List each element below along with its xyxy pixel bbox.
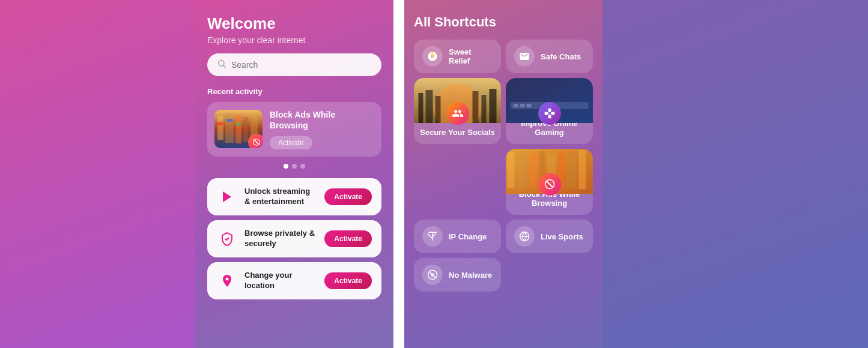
dot-2 [292,164,297,169]
location-label: Change your location [244,271,317,291]
private-label: Browse privately & securely [244,229,317,249]
sweet-relief-icon [422,46,443,67]
search-icon [217,59,226,71]
dot-1 [284,164,288,169]
svg-rect-27 [520,104,525,107]
search-bar[interactable] [207,53,381,76]
svg-rect-31 [517,150,527,189]
phone-panel: Welcome Explore your clear internet Rece… [195,0,393,348]
svg-rect-30 [508,152,515,188]
safe-chats-label: Safe Chats [541,52,581,61]
svg-rect-37 [579,150,586,189]
recent-activity-card: Block Ads While Browsing Activate [207,102,381,156]
shortcuts-title: All Shortcuts [414,14,593,30]
svg-rect-20 [436,96,441,123]
private-icon-wrap [217,229,237,249]
block-ads-icon-overlay [538,173,561,196]
no-malware-label: No Malware [449,271,492,280]
secure-socials-label: Secure Your Socials [420,128,495,137]
activity-title: Block Ads While Browsing [270,109,374,131]
location-pin-icon [220,274,234,288]
right-background [602,0,868,348]
secure-socials-icon-overlay [446,102,469,125]
ip-change-icon [422,226,443,247]
private-activate-button[interactable]: Activate [324,230,372,247]
feature-private[interactable]: Browse privately & securely Activate [207,220,381,257]
shortcut-ip-change[interactable]: IP Change [414,220,501,253]
streaming-activate-button[interactable]: Activate [324,188,372,205]
welcome-subtitle: Explore your clear internet [207,35,381,45]
svg-rect-36 [567,153,577,188]
svg-rect-18 [419,93,423,123]
streaming-label: Unlock streaming & entertainment [244,187,317,207]
feature-location[interactable]: Change your location Activate [207,262,381,299]
left-background [0,0,195,348]
activity-info: Block Ads While Browsing Activate [270,109,374,149]
safe-chats-icon [514,46,535,67]
feature-list: Unlock streaming & entertainment Activat… [207,178,381,299]
shield-check-icon [220,232,234,246]
svg-marker-14 [223,191,231,202]
svg-point-15 [226,277,229,280]
shortcut-improve-gaming[interactable]: Improve Online Gaming [506,78,593,144]
welcome-title: Welcome [207,14,381,33]
svg-rect-9 [226,119,233,122]
shortcuts-panel: All Shortcuts Sweet Relief Safe Chats [404,0,602,348]
shortcut-live-sports[interactable]: Live Sports [506,220,593,253]
svg-line-39 [546,181,553,188]
location-icon-wrap [217,271,237,291]
svg-rect-3 [217,116,223,140]
svg-rect-22 [482,95,487,123]
svg-rect-4 [225,113,234,143]
svg-rect-10 [236,123,241,125]
svg-rect-26 [514,104,518,107]
svg-rect-21 [473,91,479,123]
shortcuts-grid: Sweet Relief Safe Chats [414,40,593,292]
svg-rect-32 [530,154,537,188]
live-sports-icon [514,226,535,247]
panel-divider [393,0,404,348]
carousel-dots [207,164,381,169]
location-activate-button[interactable]: Activate [324,272,372,289]
gaming-icon-overlay [538,102,561,125]
shortcut-safe-chats[interactable]: Safe Chats [506,40,593,73]
dot-3 [300,164,305,169]
feature-streaming[interactable]: Unlock streaming & entertainment Activat… [207,178,381,215]
shortcut-no-malware[interactable]: No Malware [414,258,501,292]
recent-activity-label: Recent activity [207,87,381,96]
svg-rect-8 [217,122,223,125]
svg-rect-23 [490,89,497,123]
streaming-icon-wrap [217,187,237,207]
svg-rect-5 [235,115,241,143]
svg-point-0 [219,61,224,66]
ip-change-label: IP Change [449,232,487,241]
svg-line-1 [223,65,226,68]
svg-rect-28 [527,104,532,107]
svg-rect-6 [243,117,248,142]
shortcut-sweet-relief[interactable]: Sweet Relief [414,40,501,73]
svg-rect-19 [426,90,433,123]
shortcut-secure-socials[interactable]: Secure Your Socials [414,78,501,144]
svg-line-13 [253,140,259,145]
search-input[interactable] [231,60,372,70]
activate-button-small[interactable]: Activate [270,136,312,149]
sweet-relief-label: Sweet Relief [449,47,493,65]
live-sports-label: Live Sports [541,232,583,241]
activity-thumbnail [214,110,263,148]
no-malware-icon [422,265,443,285]
play-icon [220,190,234,204]
activity-card-icon [248,134,263,148]
shortcut-block-ads[interactable]: Block Ads While Browsing [506,149,593,215]
